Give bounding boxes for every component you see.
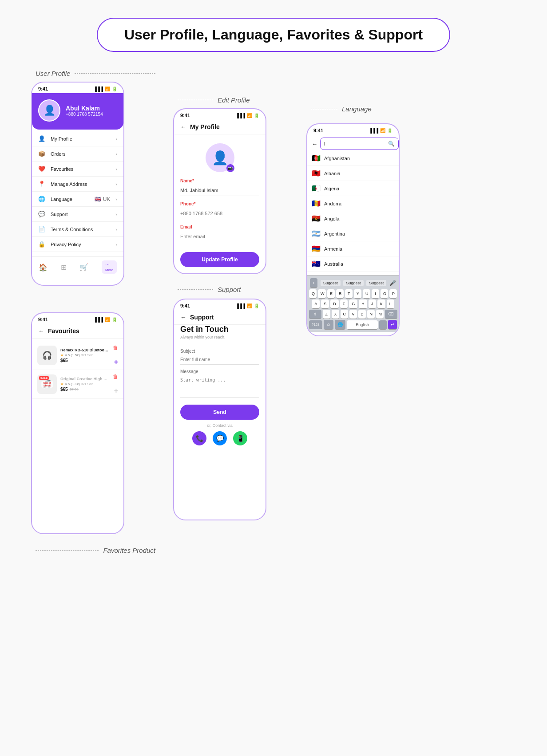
support-back-arrow[interactable]: ← xyxy=(180,314,186,321)
key-l[interactable]: L xyxy=(387,299,394,308)
add-to-cart-button-2[interactable]: + xyxy=(114,387,118,395)
delete-button-2[interactable]: 🗑 xyxy=(113,374,118,380)
key-h[interactable]: H xyxy=(359,299,367,308)
key-u[interactable]: U xyxy=(363,289,370,298)
key-w[interactable]: W xyxy=(318,289,326,298)
key-a[interactable]: A xyxy=(312,299,320,308)
key-period[interactable]: . xyxy=(379,320,387,329)
cart-nav-icon[interactable]: 🛒 xyxy=(79,263,88,272)
key-globe[interactable]: 🌐 xyxy=(335,320,345,329)
key-q[interactable]: Q xyxy=(309,289,317,298)
phone-contact-icon[interactable]: 📞 xyxy=(192,431,206,445)
key-emoji[interactable]: ☺ xyxy=(324,320,333,329)
menu-item-profile[interactable]: 👤 My Profile › xyxy=(32,131,123,146)
country-list: 🇦🇫 Afghanistan 🇦🇱 Albania 🇩🇿 Algeria 🇦🇩 … xyxy=(307,151,399,275)
keyboard-bottom-row: ?123 ☺ 🌐 English . ↵ xyxy=(309,320,397,329)
fav-back-arrow[interactable]: ← xyxy=(38,327,44,335)
update-profile-button[interactable]: Update Profile xyxy=(180,252,259,267)
product-price-2: $65 xyxy=(60,387,68,392)
key-f[interactable]: F xyxy=(340,299,348,308)
menu-item-privacy[interactable]: 🔒 Privacy Policy › xyxy=(32,237,123,252)
key-z[interactable]: Z xyxy=(323,310,330,319)
key-n[interactable]: N xyxy=(367,310,375,319)
key-e[interactable]: E xyxy=(327,289,335,298)
key-o[interactable]: O xyxy=(381,289,388,298)
name-label: Name* xyxy=(180,178,259,183)
key-r[interactable]: R xyxy=(336,289,344,298)
language-badge: 🇬🇧 UK xyxy=(95,196,110,202)
country-item-armenia[interactable]: 🇦🇲 Armenia xyxy=(307,241,399,256)
country-item-austria[interactable]: 🇦🇹 Austria xyxy=(307,272,399,275)
grid-nav-icon[interactable]: ⊞ xyxy=(61,263,67,272)
add-to-cart-button-1[interactable]: + xyxy=(114,358,118,366)
country-item-angola[interactable]: 🇦🇴 Angola xyxy=(307,211,399,226)
menu-item-orders[interactable]: 📦 Orders › xyxy=(32,146,123,161)
key-m[interactable]: M xyxy=(376,310,384,319)
support-icon: 💬 xyxy=(38,211,46,217)
country-name-australia: Australia xyxy=(324,261,343,267)
more-nav-icon[interactable]: ⋯More xyxy=(102,260,117,274)
keyboard-row-1: Q W E R T Y U I O P xyxy=(309,289,397,298)
email-input[interactable] xyxy=(180,231,259,242)
lang-back-arrow[interactable]: ← xyxy=(312,141,317,147)
key-i[interactable]: I xyxy=(372,289,379,298)
profile-info: Abul Kalam +880 1768 572154 xyxy=(66,105,103,117)
phone-input[interactable] xyxy=(180,208,259,219)
out-of-stock-overlay: Out ofStock xyxy=(41,381,53,388)
language-search-input[interactable] xyxy=(324,141,385,146)
delete-button-1[interactable]: 🗑 xyxy=(113,345,118,351)
name-input[interactable] xyxy=(180,185,259,196)
edit-status-icons: ▐▐▐📶🔋 xyxy=(236,113,259,118)
edit-back-arrow[interactable]: ← xyxy=(180,123,186,130)
country-item-algeria[interactable]: 🇩🇿 Algeria xyxy=(307,181,399,196)
fav-status-bar: 9:41 ▐▐▐📶🔋 xyxy=(32,313,123,324)
menu-item-favourites[interactable]: ❤️ Favourites › xyxy=(32,161,123,177)
send-button[interactable]: Send xyxy=(180,405,259,420)
key-s[interactable]: S xyxy=(321,299,329,308)
camera-badge[interactable]: 📷 xyxy=(226,164,234,172)
keyboard-suggest-1[interactable]: Suggest xyxy=(321,280,341,286)
favourites-icon: ❤️ xyxy=(38,165,46,172)
keyboard-suggest-3[interactable]: Suggest xyxy=(366,280,386,286)
country-item-albania[interactable]: 🇦🇱 Albania xyxy=(307,166,399,181)
status-icons: ▐▐▐📶🔋 xyxy=(94,87,117,91)
key-k[interactable]: K xyxy=(377,299,385,308)
key-t[interactable]: T xyxy=(345,289,353,298)
key-shift[interactable]: ⇧ xyxy=(309,310,321,319)
message-textarea[interactable] xyxy=(180,375,259,398)
country-item-argentina[interactable]: 🇦🇷 Argentina xyxy=(307,226,399,241)
key-enter[interactable]: ↵ xyxy=(388,320,397,329)
keyboard-chevron-left[interactable]: ‹ xyxy=(310,278,317,287)
key-d[interactable]: D xyxy=(330,299,339,308)
key-v[interactable]: V xyxy=(349,310,357,319)
keyboard-mic-icon[interactable]: 🎤 xyxy=(389,280,396,286)
key-123[interactable]: ?123 xyxy=(309,320,322,329)
menu-item-language[interactable]: 🌐 Language 🇬🇧 UK › xyxy=(32,192,123,207)
key-x[interactable]: X xyxy=(332,310,339,319)
menu-item-terms[interactable]: 📄 Terms & Conditions › xyxy=(32,222,123,237)
whatsapp-contact-icon[interactable]: 📱 xyxy=(233,431,247,445)
country-item-australia[interactable]: 🇦🇺 Australia xyxy=(307,256,399,272)
key-y[interactable]: Y xyxy=(354,289,361,298)
page-title-container: User Profile, Language, Favorites & Supp… xyxy=(0,0,547,65)
terms-icon: 📄 xyxy=(38,226,46,232)
home-nav-icon[interactable]: 🏠 xyxy=(39,263,48,272)
key-c[interactable]: C xyxy=(341,310,348,319)
keyboard-suggest-2[interactable]: Suggest xyxy=(343,280,363,286)
key-g[interactable]: G xyxy=(349,299,357,308)
search-icon: 🔍 xyxy=(388,141,395,147)
key-j[interactable]: J xyxy=(369,299,376,308)
privacy-icon: 🔒 xyxy=(38,241,46,248)
key-backspace[interactable]: ⌫ xyxy=(385,310,397,319)
menu-item-address[interactable]: 📍 Manage Address › xyxy=(32,177,123,192)
country-item-afghanistan[interactable]: 🇦🇫 Afghanistan xyxy=(307,151,399,166)
country-name-argentina: Argentina xyxy=(324,231,345,236)
language-icon: 🌐 xyxy=(38,196,46,202)
key-space[interactable]: English xyxy=(347,320,378,329)
menu-item-support[interactable]: 💬 Support › xyxy=(32,207,123,222)
key-p[interactable]: P xyxy=(389,289,397,298)
country-item-andorra[interactable]: 🇦🇩 Andorra xyxy=(307,196,399,211)
subject-input[interactable] xyxy=(180,355,259,365)
messenger-contact-icon[interactable]: 💬 xyxy=(213,431,227,445)
key-b[interactable]: B xyxy=(358,310,366,319)
